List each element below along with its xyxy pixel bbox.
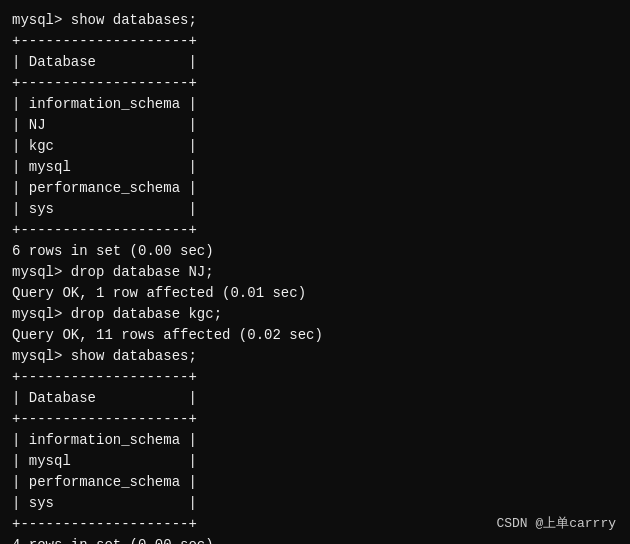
terminal-line: | NJ |	[12, 115, 618, 136]
terminal-line: 6 rows in set (0.00 sec)	[12, 241, 618, 262]
terminal-line: +--------------------+	[12, 31, 618, 52]
terminal-line: +--------------------+	[12, 409, 618, 430]
terminal-line: +--------------------+	[12, 220, 618, 241]
terminal-line: | sys |	[12, 493, 618, 514]
terminal-line: | Database |	[12, 52, 618, 73]
terminal-output: mysql> show databases;+-----------------…	[12, 10, 618, 544]
terminal-line: | kgc |	[12, 136, 618, 157]
terminal-line: | Database |	[12, 388, 618, 409]
terminal-line: mysql> drop database NJ;	[12, 262, 618, 283]
terminal-line: | information_schema |	[12, 430, 618, 451]
terminal-line: | performance_schema |	[12, 178, 618, 199]
terminal-line: mysql> show databases;	[12, 10, 618, 31]
terminal-line: mysql> drop database kgc;	[12, 304, 618, 325]
terminal-line: | mysql |	[12, 451, 618, 472]
terminal-line: Query OK, 11 rows affected (0.02 sec)	[12, 325, 618, 346]
terminal-line: 4 rows in set (0.00 sec)	[12, 535, 618, 544]
terminal-line: Query OK, 1 row affected (0.01 sec)	[12, 283, 618, 304]
terminal-line: +--------------------+	[12, 73, 618, 94]
terminal-window: mysql> show databases;+-----------------…	[0, 0, 630, 544]
terminal-line: | performance_schema |	[12, 472, 618, 493]
terminal-line: mysql> show databases;	[12, 346, 618, 367]
terminal-line: | information_schema |	[12, 94, 618, 115]
watermark: CSDN @上单carrry	[496, 514, 616, 532]
watermark-text: CSDN @上单carrry	[496, 516, 616, 531]
terminal-line: | sys |	[12, 199, 618, 220]
terminal-line: +--------------------+	[12, 367, 618, 388]
terminal-line: | mysql |	[12, 157, 618, 178]
